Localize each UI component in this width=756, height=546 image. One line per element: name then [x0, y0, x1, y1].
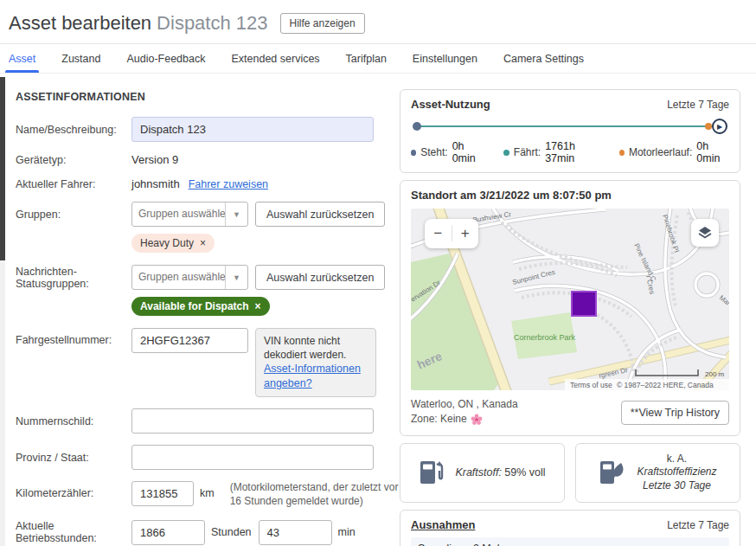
- engine-hours-input[interactable]: [131, 520, 205, 545]
- location-panel: Standort am 3/21/2022 um 8:07:50 pm: [400, 180, 740, 436]
- usage-start-handle[interactable]: [413, 122, 421, 131]
- asset-usage-panel: Asset-Nutzung Letzte 7 Tage ▶ Steht: 0h …: [400, 89, 740, 173]
- legend-value: 0h 0min: [696, 140, 729, 164]
- legend-value: 0h 0min: [452, 140, 487, 164]
- fuel-level-text: Kraftstoff: 59% voll: [455, 466, 545, 479]
- license-plate-input[interactable]: [131, 408, 374, 434]
- stopped-dot-icon: [411, 150, 416, 156]
- name-input[interactable]: [131, 117, 374, 142]
- main-content: ASSETINFORMATIONEN Name/Beschreibung: Ge…: [5, 77, 756, 546]
- legend-label: Steht:: [420, 146, 447, 158]
- view-trip-history-button[interactable]: **View Trip History: [621, 401, 729, 425]
- engine-minutes-unit: min: [338, 526, 356, 538]
- groups-tags: Heavy Duty×: [131, 234, 400, 253]
- form-row-province: Provinz / Staat:: [16, 445, 400, 470]
- assign-driver-link[interactable]: Fahrer zuweisen: [189, 178, 268, 190]
- engine-hours-label: Aktuelle Betriebsstunden:: [16, 520, 131, 544]
- play-icon[interactable]: ▶: [712, 119, 727, 134]
- help-button[interactable]: Hilfe anzeigen: [280, 13, 365, 34]
- tab-einstellungen[interactable]: Einstellungen: [411, 45, 479, 73]
- exceptions-panel: Ausnahmen Letzte 7 Tage Speeding - 2 Mal…: [400, 510, 740, 546]
- odometer-input[interactable]: [131, 481, 194, 506]
- usage-legend: Steht: 0h 0min Fährt: 1761h 37min Motorl…: [411, 140, 729, 164]
- section-title: ASSETINFORMATIONEN: [16, 91, 400, 103]
- fuel-efficiency-text: k. A. Kraftstoffeffizienz Letzte 30 Tage: [637, 453, 716, 493]
- zone-label: Zone: Keine: [411, 412, 467, 427]
- status-tag-available: Available for Dispatch×: [131, 297, 270, 316]
- driving-dot-icon: [503, 150, 509, 156]
- fuel-efficiency-label: Kraftstoffeffizienz: [637, 466, 716, 479]
- legend-value: 1761h 37min: [545, 140, 602, 164]
- groups-select[interactable]: Gruppen auswählen... ▼: [131, 202, 248, 227]
- map-zoom-control: − +: [425, 219, 478, 248]
- location-text: Waterloo, ON , Kanada Zone: Keine: [411, 397, 518, 427]
- vin-input[interactable]: [131, 328, 248, 353]
- message-groups-tags: Available for Dispatch×: [131, 297, 400, 316]
- status-tag-label: Available for Dispatch: [140, 300, 249, 312]
- exceptions-header: Ausnahmen Letzte 7 Tage: [411, 518, 729, 531]
- location-title: Standort am 3/21/2022 um 8:07:50 pm: [411, 189, 729, 202]
- vin-warning-link[interactable]: Asset-Informationen angeben?: [264, 363, 361, 389]
- device-type-value: Version 9: [131, 153, 178, 166]
- chevron-down-icon: ▼: [225, 202, 247, 226]
- exceptions-title-link[interactable]: Ausnahmen: [411, 518, 475, 531]
- usage-timeline: ▶: [413, 118, 727, 135]
- remove-tag-icon[interactable]: ×: [255, 301, 261, 312]
- remove-tag-icon[interactable]: ×: [200, 238, 206, 248]
- asset-usage-header: Asset-Nutzung Letzte 7 Tage: [411, 98, 729, 111]
- map-scale-label: 200 m: [705, 370, 725, 378]
- groups-reset-button[interactable]: Auswahl zurücksetzen: [255, 202, 385, 227]
- device-type-label: Gerätetyp:: [16, 154, 131, 166]
- asset-edit-page: Asset bearbeitenDispatch 123 Hilfe anzei…: [0, 0, 756, 546]
- zoom-in-button[interactable]: +: [452, 220, 479, 247]
- zone-line: Zone: Keine: [411, 412, 518, 427]
- park-label: Cornerbrook Park: [514, 333, 576, 342]
- fuel-label: Kraftstoff:: [455, 466, 502, 479]
- flower-icon[interactable]: [471, 414, 483, 426]
- tab-camera-settings[interactable]: Camera Settings: [502, 45, 586, 73]
- engine-minutes-input[interactable]: [259, 520, 332, 545]
- vin-warning-box: VIN konnte nicht dekodiert werden. Asset…: [255, 328, 376, 397]
- odometer-unit: km: [200, 481, 215, 499]
- tab-audio-feedback[interactable]: Audio-Feedback: [125, 45, 207, 73]
- usage-idle-dot: [705, 123, 712, 130]
- asset-usage-period: Letzte 7 Tage: [667, 99, 729, 111]
- map-attribution: © 1987–2022 HERE, Canada: [617, 381, 714, 389]
- asset-usage-title: Asset-Nutzung: [411, 98, 490, 111]
- group-tag-label: Heavy Duty: [140, 237, 194, 249]
- exception-item[interactable]: Speeding - 2 Mal: [418, 542, 722, 546]
- province-label: Provinz / Staat:: [16, 452, 131, 464]
- map-terms-link[interactable]: Terms of use: [570, 381, 612, 389]
- map[interactable]: Bushview Cr Pinebrook Pl Pine Island C S…: [411, 209, 729, 390]
- message-groups-reset-button[interactable]: Auswahl zurücksetzen: [255, 265, 385, 290]
- exceptions-list: Speeding - 2 Mal Early Leave - 1 Mal: [411, 537, 729, 546]
- zoom-out-button[interactable]: −: [425, 220, 452, 247]
- tab-zustand[interactable]: Zustand: [60, 45, 102, 73]
- usage-timeline-track: [416, 125, 715, 127]
- location-city: Waterloo, ON , Kanada: [411, 397, 518, 412]
- engine-hours-unit: Stunden: [211, 526, 252, 538]
- form-row-engine-hours: Aktuelle Betriebsstunden: Stunden min: [16, 520, 400, 545]
- page-title: Asset bearbeitenDispatch 123: [9, 12, 268, 35]
- province-input[interactable]: [131, 445, 374, 470]
- legend-idle: Motorleerlauf: 0h 0min: [619, 140, 729, 164]
- vin-warning-text: VIN konnte nicht dekodiert werden.: [264, 335, 346, 361]
- vehicle-marker[interactable]: [572, 292, 596, 316]
- fuel-cards: Kraftstoff: 59% voll k. A. Kraftstoffeff…: [400, 443, 740, 503]
- form-row-driver: Aktueller Fahrer: johnsmith Fahrer zuwei…: [16, 177, 400, 190]
- fuel-level-card: Kraftstoff: 59% voll: [400, 443, 565, 503]
- form-row-groups: Gruppen: Gruppen auswählen... ▼ Auswahl …: [16, 202, 400, 227]
- tab-tarifplan[interactable]: Tarifplan: [344, 45, 388, 73]
- map-layers-button[interactable]: [691, 219, 719, 247]
- tab-extended-services[interactable]: Extended services: [229, 45, 321, 73]
- fuel-efficiency-card: k. A. Kraftstoffeffizienz Letzte 30 Tage: [575, 443, 740, 503]
- tab-asset[interactable]: Asset: [7, 45, 37, 73]
- odometer-note: (Motorkilometerstand, der zuletzt vor 16…: [230, 481, 400, 508]
- message-groups-label: Nachrichten-Statusgruppen:: [16, 266, 131, 290]
- groups-label: Gruppen:: [16, 209, 131, 221]
- message-groups-select[interactable]: Gruppen auswählen... ▼: [131, 265, 248, 290]
- driver-value: johnsmith: [131, 177, 180, 190]
- license-plate-label: Nummernschild:: [16, 415, 131, 427]
- location-footer: Waterloo, ON , Kanada Zone: Keine **View…: [411, 397, 729, 427]
- page-title-text: Asset bearbeiten: [9, 12, 151, 34]
